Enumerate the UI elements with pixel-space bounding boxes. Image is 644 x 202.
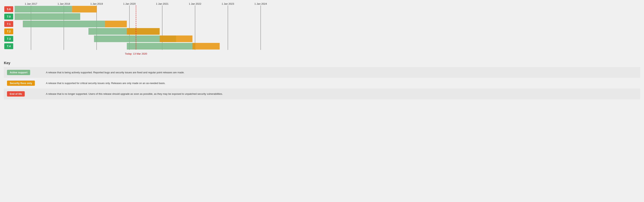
key-description-cell: A release that is no longer supported. U… — [43, 88, 640, 99]
svg-rect-28 — [127, 28, 160, 35]
key-description: A release that is being actively support… — [46, 71, 184, 74]
svg-text:7.3: 7.3 — [7, 37, 11, 40]
svg-rect-24 — [105, 21, 127, 27]
svg-text:Today: 13 Mar 2020: Today: 13 Mar 2020 — [125, 52, 147, 55]
svg-rect-36 — [192, 43, 220, 50]
svg-rect-20 — [14, 13, 80, 20]
key-badge-orange: Security fixes only — [7, 80, 35, 86]
svg-text:1 Jan 2023: 1 Jan 2023 — [222, 2, 234, 5]
svg-rect-32 — [160, 36, 192, 42]
key-description: A release that is supported for critical… — [46, 82, 166, 85]
svg-rect-23 — [23, 21, 105, 27]
svg-text:1 Jan 2019: 1 Jan 2019 — [90, 2, 103, 5]
key-badge-green: Active support — [7, 70, 30, 75]
key-title: Key — [4, 61, 640, 65]
svg-text:1 Jan 2020: 1 Jan 2020 — [123, 2, 136, 5]
svg-text:1 Jan 2024: 1 Jan 2024 — [254, 2, 267, 5]
key-row: Active support A release that is being a… — [4, 67, 640, 78]
key-row: End of life A release that is no longer … — [4, 88, 640, 99]
svg-text:7.0: 7.0 — [7, 15, 11, 18]
svg-text:1 Jan 2022: 1 Jan 2022 — [189, 2, 201, 5]
key-table: Active support A release that is being a… — [4, 67, 640, 99]
svg-text:1 Jan 2021: 1 Jan 2021 — [156, 2, 168, 5]
svg-text:1 Jan 2018: 1 Jan 2018 — [58, 2, 70, 5]
chart-area: 1 Jan 20171 Jan 20181 Jan 20191 Jan 2020… — [4, 2, 640, 57]
key-badge-cell: End of life — [4, 88, 43, 99]
key-badge-cell: Active support — [4, 67, 43, 78]
svg-text:5.6: 5.6 — [7, 8, 11, 11]
key-description-cell: A release that is supported for critical… — [43, 78, 640, 88]
svg-text:7.2: 7.2 — [7, 30, 11, 33]
svg-rect-35 — [127, 43, 195, 50]
svg-rect-16 — [14, 6, 72, 13]
key-description-cell: A release that is being actively support… — [43, 67, 640, 78]
key-row: Security fixes only A release that is su… — [4, 78, 640, 88]
key-badge-red: End of life — [7, 91, 25, 96]
svg-rect-17 — [72, 6, 97, 13]
svg-text:1 Jan 2017: 1 Jan 2017 — [25, 2, 37, 5]
svg-text:7.1: 7.1 — [7, 22, 11, 26]
svg-text:7.4: 7.4 — [7, 45, 11, 48]
key-section: Key Active support A release that is bei… — [4, 61, 640, 99]
key-description: A release that is no longer supported. U… — [46, 92, 223, 95]
key-badge-cell: Security fixes only — [4, 78, 43, 88]
